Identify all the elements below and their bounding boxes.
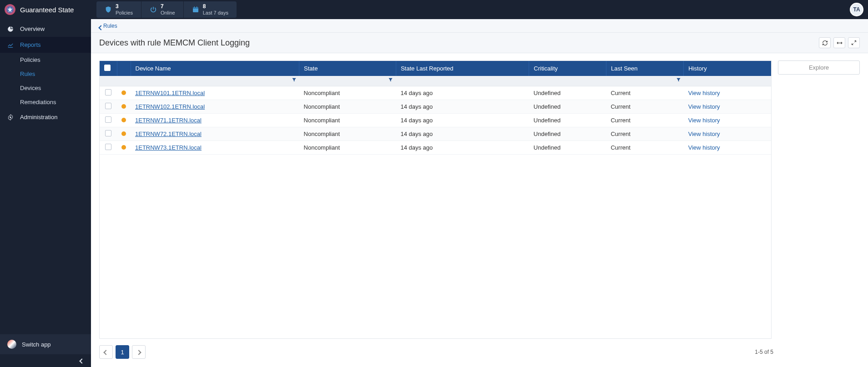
row-checkbox[interactable] (105, 144, 111, 150)
pager-prev-button[interactable] (99, 345, 113, 359)
col-history[interactable]: History (684, 61, 771, 76)
view-history-link[interactable]: View history (688, 117, 720, 124)
resize-horizontal-icon (837, 41, 843, 45)
page-title: Devices with rule MEMCM Client Logging (99, 38, 250, 48)
row-checkbox[interactable] (105, 103, 111, 109)
sidebar-sub-devices[interactable]: Devices (20, 81, 91, 95)
pager-info: 1-5 of 5 (755, 349, 773, 355)
cell-criticality: Undefined (529, 113, 606, 127)
status-dot-icon (121, 145, 126, 150)
explore-button[interactable]: Explore (778, 60, 860, 75)
stat-label: Policies (116, 10, 133, 15)
device-link[interactable]: 1ETRNW72.1ETRN.local (135, 131, 202, 137)
sidebar-item-administration[interactable]: Administration (0, 109, 91, 125)
cell-reported: 14 days ago (396, 113, 529, 127)
row-checkbox[interactable] (105, 130, 111, 136)
stat-label: Online (161, 10, 175, 15)
resize-columns-button[interactable] (833, 37, 845, 48)
cell-last-seen: Current (606, 86, 683, 100)
sidebar-sub-policies[interactable]: Policies (20, 53, 91, 67)
col-state[interactable]: State (299, 61, 396, 76)
cell-criticality: Undefined (529, 141, 606, 154)
sidebar: Overview Reports Policies Rules Devices … (0, 19, 91, 367)
cell-criticality: Undefined (529, 127, 606, 141)
device-link[interactable]: 1ETRNW73.1ETRN.local (135, 144, 202, 151)
cell-reported: 14 days ago (396, 127, 529, 141)
stat-value: 8 (203, 4, 228, 10)
user-avatar[interactable]: TA (850, 3, 863, 16)
stat-online[interactable]: 7 Online (141, 1, 184, 18)
brand-text: Guaranteed State (20, 6, 74, 14)
expand-icon (851, 40, 857, 45)
filter-last-seen[interactable] (676, 77, 681, 82)
table-row: 1ETRNW102.1ETRN.localNoncompliant14 days… (100, 100, 771, 113)
filter-device-name[interactable] (292, 77, 297, 82)
cell-state: Noncompliant (299, 100, 396, 113)
pager-page-1[interactable]: 1 (116, 345, 129, 359)
sidebar-item-overview[interactable]: Overview (0, 21, 91, 37)
device-link[interactable]: 1ETRNW71.1ETRN.local (135, 117, 202, 124)
sidebar-sub-remediations[interactable]: Remediations (20, 95, 91, 109)
svg-rect-2 (193, 7, 198, 9)
chevron-right-icon (137, 349, 141, 356)
switch-app-button[interactable]: Switch app (0, 334, 91, 354)
stat-policies[interactable]: 3 Policies (96, 1, 141, 18)
filter-icon (292, 77, 297, 82)
table-row: 1ETRNW73.1ETRN.localNoncompliant14 days … (100, 141, 771, 154)
view-history-link[interactable]: View history (688, 90, 720, 96)
table-row: 1ETRNW71.1ETRN.localNoncompliant14 days … (100, 113, 771, 127)
topbar: Guaranteed State 3 Policies 7 Online (0, 0, 868, 19)
status-dot-icon (121, 118, 126, 122)
cell-last-seen: Current (606, 113, 683, 127)
refresh-icon (822, 40, 828, 46)
sidebar-item-label: Administration (20, 114, 57, 121)
col-criticality[interactable]: Criticality (529, 61, 606, 76)
view-history-link[interactable]: View history (688, 103, 720, 110)
breadcrumb-label: Rules (103, 23, 117, 29)
breadcrumb-rules-link[interactable]: Rules (99, 23, 117, 29)
calendar-icon (192, 6, 199, 13)
refresh-button[interactable] (819, 37, 831, 48)
breadcrumb: Rules (91, 19, 868, 33)
col-last-seen[interactable]: Last Seen (606, 61, 683, 76)
cell-state: Noncompliant (299, 113, 396, 127)
cell-reported: 14 days ago (396, 141, 529, 154)
sidebar-sub-rules[interactable]: Rules (20, 67, 91, 81)
gear-icon (7, 114, 15, 121)
switch-app-icon (7, 340, 16, 349)
row-checkbox[interactable] (105, 116, 111, 123)
filter-state[interactable] (388, 77, 393, 82)
svg-point-5 (10, 116, 11, 118)
stat-value: 7 (161, 4, 175, 10)
sidebar-item-label: Reports (20, 41, 41, 48)
cell-reported: 14 days ago (396, 100, 529, 113)
sidebar-collapse-button[interactable] (0, 354, 91, 367)
device-link[interactable]: 1ETRNW102.1ETRN.local (135, 103, 205, 110)
status-dot-icon (121, 131, 126, 136)
cell-state: Noncompliant (299, 141, 396, 154)
view-history-link[interactable]: View history (688, 144, 720, 151)
filter-icon (676, 77, 681, 82)
table-row: 1ETRNW101.1ETRN.localNoncompliant14 days… (100, 86, 771, 100)
switch-app-label: Switch app (22, 341, 51, 348)
cell-last-seen: Current (606, 141, 683, 154)
cell-state: Noncompliant (299, 127, 396, 141)
pager-next-button[interactable] (132, 345, 146, 359)
stat-last7days[interactable]: 8 Last 7 days (184, 1, 237, 18)
status-dot-icon (121, 104, 126, 109)
sidebar-item-reports[interactable]: Reports (0, 37, 91, 53)
cell-criticality: Undefined (529, 100, 606, 113)
status-dot-icon (121, 90, 126, 95)
svg-line-7 (852, 43, 854, 45)
expand-button[interactable] (848, 37, 860, 48)
view-history-link[interactable]: View history (688, 131, 720, 137)
col-state-last-reported[interactable]: State Last Reported (396, 61, 529, 76)
row-checkbox[interactable] (105, 89, 111, 96)
cell-last-seen: Current (606, 127, 683, 141)
cell-criticality: Undefined (529, 86, 606, 100)
stat-value: 3 (116, 4, 133, 10)
power-icon (150, 6, 157, 13)
select-all-checkbox[interactable] (104, 65, 111, 71)
col-device-name[interactable]: Device Name (131, 61, 299, 76)
device-link[interactable]: 1ETRNW101.1ETRN.local (135, 90, 205, 96)
